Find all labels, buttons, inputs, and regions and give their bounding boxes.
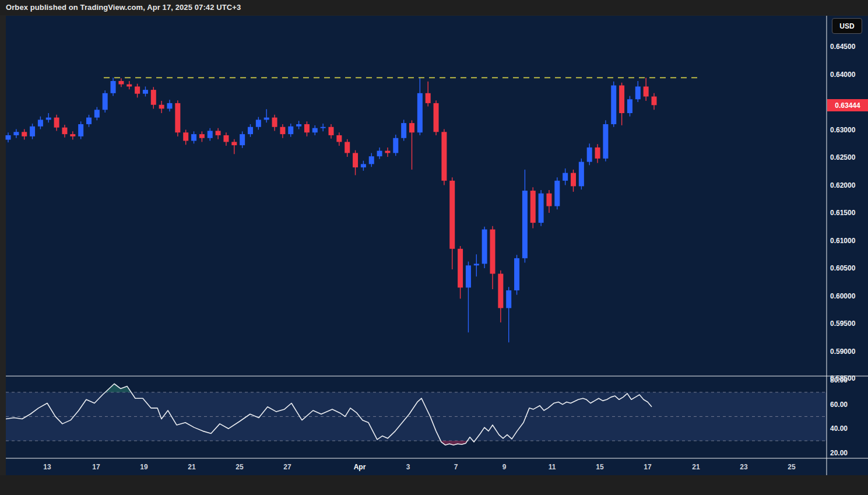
price-axis-label: 0.64500 bbox=[830, 43, 855, 51]
rsi-pane[interactable] bbox=[6, 377, 827, 458]
time-axis-label: 21 bbox=[692, 463, 700, 471]
price-axis-label: 0.59000 bbox=[830, 347, 855, 356]
price-axis-label: 0.60000 bbox=[830, 292, 855, 300]
price-axis-label: 0.62500 bbox=[830, 153, 855, 162]
publish-title: Orbex published on TradingView.com, Apr … bbox=[6, 3, 241, 12]
price-axis-label: 0.63000 bbox=[830, 126, 855, 134]
price-axis-label: 0.60500 bbox=[830, 264, 855, 272]
price-axis-label: 0.59500 bbox=[830, 320, 855, 328]
currency-toggle-button[interactable]: USD bbox=[832, 18, 862, 34]
price-axis-label: 0.64000 bbox=[830, 71, 855, 79]
time-axis-label: 3 bbox=[406, 463, 410, 471]
time-axis-label: 21 bbox=[188, 463, 195, 471]
time-axis-label: 25 bbox=[236, 463, 243, 471]
rsi-axis-label: 20.00 bbox=[830, 449, 848, 457]
price-axis-label: 0.61000 bbox=[830, 237, 855, 245]
time-axis-label: 17 bbox=[92, 463, 100, 471]
price-axis-label: 0.61500 bbox=[830, 209, 855, 217]
price-axis-label: 0.62000 bbox=[830, 181, 855, 189]
time-axis-label: 15 bbox=[596, 463, 603, 471]
rsi-axis-label: 60.00 bbox=[830, 401, 848, 409]
time-axis-label: 19 bbox=[140, 463, 147, 471]
time-axis-label: 13 bbox=[43, 463, 51, 471]
time-axis-label: Apr bbox=[354, 463, 366, 471]
tradingview-screenshot: Orbex published on TradingView.com, Apr … bbox=[0, 0, 868, 495]
rsi-axis-label: 80.00 bbox=[830, 376, 848, 384]
time-axis-label: 7 bbox=[454, 463, 458, 471]
time-axis-label: 27 bbox=[283, 463, 291, 471]
last-price-label: 0.63444 bbox=[827, 99, 868, 111]
publish-header: Orbex published on TradingView.com, Apr … bbox=[0, 0, 868, 15]
time-axis-label: 23 bbox=[740, 463, 747, 471]
rsi-axis-label: 40.00 bbox=[830, 424, 848, 433]
time-axis-label: 9 bbox=[502, 463, 507, 471]
time-axis-label: 17 bbox=[644, 463, 651, 471]
time-axis-label: 25 bbox=[788, 463, 795, 471]
time-axis-label: 11 bbox=[549, 463, 556, 471]
footer-bar: TradingView bbox=[0, 475, 868, 495]
chart-pane[interactable] bbox=[6, 16, 827, 376]
